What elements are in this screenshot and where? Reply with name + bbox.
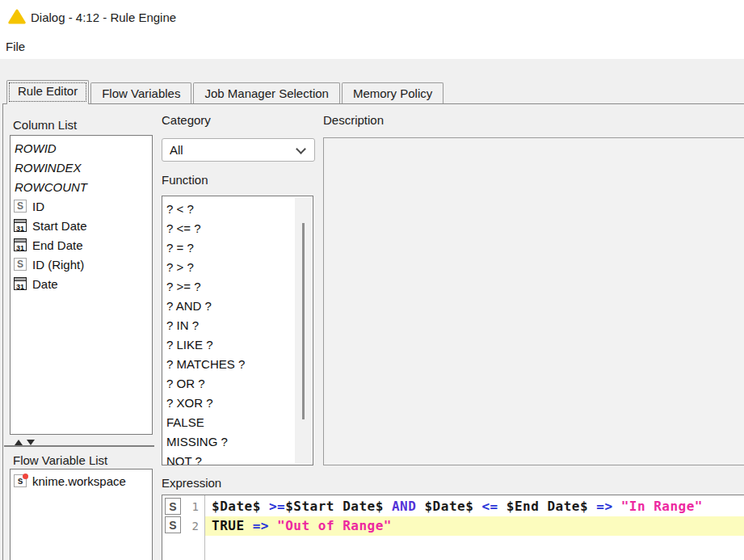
expression-line[interactable]: $Date$ >=$Start Date$ AND $Date$ <= $End… [205, 497, 744, 516]
expression-line[interactable]: TRUE => "Out of Range" [205, 516, 744, 536]
title-bar: Dialog - 4:12 - Rule Engine [0, 0, 744, 34]
code-token [245, 518, 253, 533]
function-list-box[interactable]: ? < ?? <= ?? = ?? > ?? >= ?? AND ?? IN ?… [162, 196, 313, 465]
column-name: ID (Right) [32, 258, 84, 272]
category-label: Category [162, 113, 211, 127]
code-token: $End Date$ [498, 499, 597, 514]
calendar-icon-number: 31 [15, 283, 26, 291]
calendar-type-icon: 31 [14, 238, 27, 251]
code-token: "Out of Range" [277, 518, 392, 533]
flow-variable-list-label: Flow Variable List [13, 453, 107, 467]
column-name: ROWCOUNT [15, 180, 87, 194]
tab-job-manager-selection[interactable]: Job Manager Selection [193, 82, 339, 103]
column-name: ROWINDEX [15, 161, 82, 175]
code-token [613, 499, 621, 514]
column-list-item[interactable]: 31Date [11, 274, 152, 293]
function-list-item[interactable]: ? >= ? [162, 276, 313, 296]
string-flowvariable-icon: s [14, 474, 27, 487]
flow-variable-name: knime.workspace [32, 474, 126, 488]
rule-outcome-type-icon: S [165, 498, 181, 515]
column-list-item[interactable]: 31End Date [11, 235, 152, 255]
column-list-label: Column List [13, 118, 77, 132]
splitter-collapse-up-icon[interactable] [15, 440, 23, 445]
calendar-type-icon: 31 [14, 219, 27, 232]
function-label: Function [162, 173, 208, 187]
code-token: AND [392, 499, 416, 514]
function-list-item[interactable]: ? IN ? [162, 315, 313, 335]
code-token: <= [481, 499, 498, 514]
expression-line-number-column: 12 [183, 495, 205, 560]
menu-file[interactable]: File [0, 34, 31, 59]
function-list-item[interactable]: ? MATCHES ? [162, 354, 313, 373]
function-list-item[interactable]: FALSE [162, 412, 313, 432]
category-selected-value: All [170, 139, 183, 161]
column-list-item[interactable]: ROWCOUNT [11, 177, 152, 196]
knime-icon [8, 9, 26, 24]
description-label: Description [323, 113, 384, 127]
description-panel [323, 137, 744, 465]
splitter-collapse-down-icon[interactable] [27, 440, 35, 445]
column-name: ROWID [15, 141, 57, 155]
calendar-icon-number: 31 [15, 244, 26, 252]
rule-engine-dialog: Dialog - 4:12 - Rule Engine File Rule Ed… [0, 0, 744, 560]
column-list-item[interactable]: ROWID [11, 138, 152, 158]
tab-memory-policy[interactable]: Memory Policy [342, 82, 443, 103]
column-name: End Date [32, 238, 83, 252]
code-token [269, 518, 277, 533]
column-list-item[interactable]: ROWINDEX [11, 158, 152, 177]
column-list-item[interactable]: 31Start Date [11, 216, 152, 235]
function-list-item[interactable]: ? < ? [162, 199, 313, 218]
expression-label: Expression [162, 476, 221, 490]
line-number: 1 [183, 497, 204, 516]
tab-rule-editor[interactable]: Rule Editor [6, 80, 89, 104]
code-token: TRUE [212, 518, 245, 533]
string-type-icon: S [14, 258, 27, 271]
string-type-icon: S [14, 200, 27, 213]
function-list-item[interactable]: ? = ? [162, 238, 313, 257]
column-name: ID [32, 200, 44, 213]
calendar-type-icon: 31 [14, 277, 27, 290]
function-list-item[interactable]: NOT ? [162, 451, 313, 465]
window-title: Dialog - 4:12 - Rule Engine [31, 0, 176, 34]
column-list-box[interactable]: ROWIDROWINDEXROWCOUNTSID31Start Date31En… [10, 135, 153, 435]
column-name: Start Date [32, 219, 87, 233]
panel-splitter[interactable] [4, 445, 154, 447]
flow-variable-item[interactable]: sknime.workspace [11, 471, 152, 491]
column-list-item[interactable]: SID [11, 196, 152, 216]
category-select[interactable]: All [162, 138, 315, 162]
code-token: $Date$ [212, 499, 269, 514]
expression-code-area[interactable]: $Date$ >=$Start Date$ AND $Date$ <= $End… [205, 495, 744, 560]
calendar-icon-number: 31 [15, 225, 26, 233]
function-list-item[interactable]: ? OR ? [162, 373, 313, 393]
function-list-item[interactable]: ? LIKE ? [162, 335, 313, 354]
column-name: Date [32, 277, 58, 291]
function-list-item[interactable]: MISSING ? [162, 432, 313, 451]
code-token: $Date$ [416, 499, 481, 514]
column-list-item[interactable]: SID (Right) [11, 255, 152, 274]
function-list-item[interactable]: ? <= ? [162, 218, 313, 238]
tab-bar: Rule EditorFlow VariablesJob Manager Sel… [6, 80, 443, 104]
function-list-item[interactable]: ? > ? [162, 257, 313, 276]
code-token: => [253, 518, 269, 533]
flow-variable-list-box[interactable]: sknime.workspace [10, 469, 153, 560]
code-token: => [596, 499, 612, 514]
menu-bar: File [0, 34, 744, 59]
expression-gutter-icon-column: SS [162, 495, 183, 560]
chevron-down-icon [296, 144, 306, 154]
line-number: 2 [183, 516, 204, 536]
code-token: >= [269, 499, 285, 514]
code-token: $Start Date$ [285, 499, 392, 514]
function-scrollbar-thumb[interactable] [302, 223, 305, 419]
function-list-item[interactable]: ? AND ? [162, 296, 313, 315]
rule-outcome-type-icon: S [165, 516, 181, 533]
tab-flow-variables[interactable]: Flow Variables [90, 82, 191, 103]
flowvariable-dot-icon [23, 474, 28, 479]
code-token: "In Range" [621, 499, 703, 514]
expression-editor[interactable]: SS 12 $Date$ >=$Start Date$ AND $Date$ <… [162, 495, 744, 560]
function-list-item[interactable]: ? XOR ? [162, 393, 313, 412]
